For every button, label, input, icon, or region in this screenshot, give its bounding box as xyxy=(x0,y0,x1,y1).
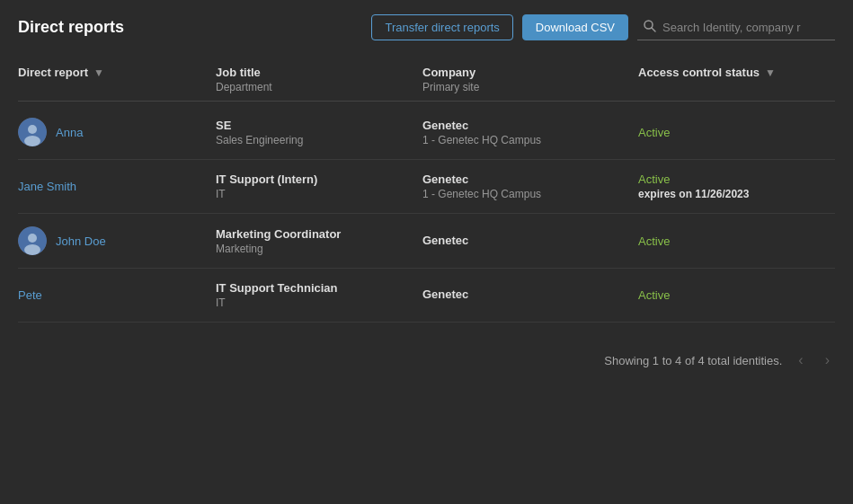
status-badge-anna: Active xyxy=(638,126,835,139)
avatar-john-doe xyxy=(18,226,47,255)
col-company-sub: Primary site xyxy=(422,81,638,93)
col-header-company: Company Primary site xyxy=(422,66,638,93)
job-dept-anna: Sales Engineering xyxy=(216,134,422,146)
download-csv-button[interactable]: Download CSV xyxy=(522,14,628,40)
company-cell-pete: Genetec xyxy=(422,287,638,303)
company-cell-jane-smith: Genetec 1 - Genetec HQ Campus xyxy=(422,172,638,200)
svg-point-7 xyxy=(24,244,40,255)
table-row: Jane Smith IT Support (Intern) IT Genete… xyxy=(18,160,835,214)
job-title-john-doe: Marketing Coordinator xyxy=(216,227,422,241)
job-cell-john-doe: Marketing Coordinator Marketing xyxy=(216,227,422,255)
job-cell-anna: SE Sales Engineering xyxy=(216,119,422,146)
identity-name-anna[interactable]: Anna xyxy=(56,126,83,139)
status-filter-icon[interactable]: ▼ xyxy=(765,66,776,79)
col-header-direct-report: Direct report ▼ xyxy=(18,66,216,93)
company-site-jane-smith: 1 - Genetec HQ Campus xyxy=(422,188,638,200)
svg-line-1 xyxy=(652,28,655,31)
job-dept-john-doe: Marketing xyxy=(216,243,422,255)
company-name-john-doe: Genetec xyxy=(422,234,638,247)
identity-name-jane-smith[interactable]: Jane Smith xyxy=(18,180,76,193)
status-cell-anna: Active xyxy=(638,126,835,139)
company-name-pete: Genetec xyxy=(422,287,638,301)
svg-point-3 xyxy=(28,125,37,134)
table-row: Anna SE Sales Engineering Genetec 1 - Ge… xyxy=(18,105,835,160)
status-badge-john-doe: Active xyxy=(638,234,835,248)
pagination-row: Showing 1 to 4 of 4 total identities. ‹ … xyxy=(18,340,835,380)
page-title: Direct reports xyxy=(18,18,124,37)
col-header-job-title: Job title Department xyxy=(216,66,422,93)
pagination-next-button[interactable]: › xyxy=(820,349,835,371)
identity-cell-pete: Pete xyxy=(18,288,216,302)
status-cell-pete: Active xyxy=(638,288,835,302)
svg-point-6 xyxy=(28,234,37,243)
company-cell-john-doe: Genetec xyxy=(422,234,638,249)
job-title-jane-smith: IT Support (Intern) xyxy=(216,172,422,186)
search-container xyxy=(637,15,835,40)
col-job-title-label: Job title xyxy=(216,66,261,79)
table-row: John Doe Marketing Coordinator Marketing… xyxy=(18,214,835,269)
status-cell-john-doe: Active xyxy=(638,234,835,248)
status-cell-jane-smith: Active expires on 11/26/2023 xyxy=(638,172,835,200)
col-header-status: Access control status ▼ xyxy=(638,66,835,93)
company-name-anna: Genetec xyxy=(422,119,638,132)
job-cell-jane-smith: IT Support (Intern) IT xyxy=(216,172,422,200)
svg-point-4 xyxy=(24,136,40,146)
job-dept-pete: IT xyxy=(216,296,422,309)
search-input[interactable] xyxy=(662,21,824,34)
search-icon xyxy=(643,19,657,36)
job-dept-jane-smith: IT xyxy=(216,188,422,200)
status-badge-pete: Active xyxy=(638,288,835,302)
col-company-label: Company xyxy=(422,66,475,79)
company-name-jane-smith: Genetec xyxy=(422,172,638,186)
pagination-summary: Showing 1 to 4 of 4 total identities. xyxy=(604,354,782,367)
status-badge-jane-smith: Active xyxy=(638,172,835,186)
col-job-title-sub: Department xyxy=(216,81,422,93)
direct-report-filter-icon[interactable]: ▼ xyxy=(93,66,104,79)
col-status-label: Access control status xyxy=(638,66,760,79)
table-header: Direct report ▼ Job title Department Com… xyxy=(18,58,835,102)
company-cell-anna: Genetec 1 - Genetec HQ Campus xyxy=(422,119,638,146)
job-title-pete: IT Support Technician xyxy=(216,281,422,295)
transfer-direct-reports-button[interactable]: Transfer direct reports xyxy=(371,14,512,40)
direct-reports-table: Direct report ▼ Job title Department Com… xyxy=(18,58,835,323)
avatar-anna xyxy=(18,118,47,146)
pagination-prev-button[interactable]: ‹ xyxy=(793,349,808,371)
company-site-anna: 1 - Genetec HQ Campus xyxy=(422,134,638,146)
status-expires-jane-smith: expires on 11/26/2023 xyxy=(638,188,835,200)
table-row: Pete IT Support Technician IT Genetec Ac… xyxy=(18,269,835,323)
identity-name-john-doe[interactable]: John Doe xyxy=(56,234,106,248)
identity-name-pete[interactable]: Pete xyxy=(18,288,42,302)
identity-cell-jane-smith: Jane Smith xyxy=(18,180,216,193)
job-cell-pete: IT Support Technician IT xyxy=(216,281,422,309)
job-title-anna: SE xyxy=(216,119,422,132)
col-direct-report-label: Direct report xyxy=(18,66,88,79)
identity-cell-anna: Anna xyxy=(18,118,216,146)
identity-cell-john-doe: John Doe xyxy=(18,226,216,255)
